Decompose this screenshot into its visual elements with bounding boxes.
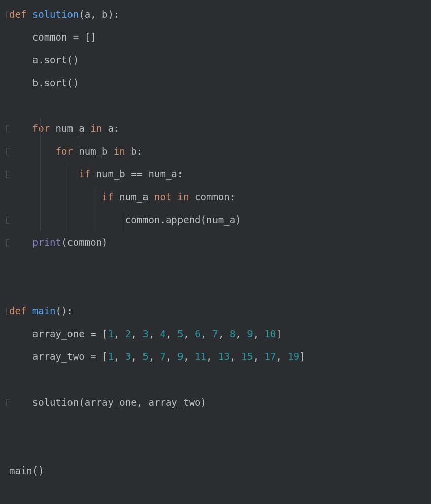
code-line[interactable]	[6, 254, 431, 277]
code-text	[6, 98, 15, 114]
indent-guide	[68, 208, 68, 231]
indent-guide	[40, 140, 41, 163]
indent-guide	[68, 163, 68, 186]
fold-gutter-icon[interactable]	[6, 308, 9, 315]
indent-guide	[40, 186, 41, 208]
code-line[interactable]: solution(array_one, array_two)	[6, 391, 431, 414]
code-line[interactable]: if num_a not in common:	[6, 186, 431, 208]
code-text	[6, 417, 15, 433]
fold-gutter-icon[interactable]	[6, 148, 9, 155]
code-text: b.sort()	[6, 75, 79, 91]
code-text: for num_b in b:	[6, 143, 142, 159]
code-text: a.sort()	[6, 52, 79, 68]
indent-guide	[40, 163, 41, 186]
code-text: array_two = [1, 3, 5, 7, 9, 11, 13, 15, …	[6, 349, 305, 365]
code-text	[6, 440, 15, 456]
fold-gutter-icon[interactable]	[6, 217, 9, 224]
code-line[interactable]	[6, 437, 431, 459]
code-line[interactable]: def main():	[6, 300, 431, 322]
fold-gutter-icon[interactable]	[6, 239, 9, 246]
code-text	[6, 258, 15, 273]
code-line[interactable]: common = []	[6, 26, 431, 49]
code-line[interactable]	[6, 94, 431, 117]
code-line[interactable]: def solution(a, b):	[6, 3, 431, 26]
code-line[interactable]: main()	[6, 459, 431, 482]
indent-guide	[68, 186, 68, 208]
code-line[interactable]: if num_b == num_a:	[6, 163, 431, 186]
code-line[interactable]: b.sort()	[6, 71, 431, 94]
code-text: print(common)	[6, 235, 108, 250]
fold-gutter-icon[interactable]	[6, 125, 9, 132]
indent-guide	[124, 208, 124, 231]
code-line[interactable]: a.sort()	[6, 49, 431, 71]
code-line[interactable]: for num_a in a:	[6, 117, 431, 140]
indent-guide	[40, 208, 41, 231]
fold-gutter-icon[interactable]	[6, 11, 9, 18]
code-line[interactable]	[6, 414, 431, 437]
code-text: for num_a in a:	[6, 121, 119, 136]
code-text: if num_b == num_a:	[6, 166, 183, 182]
code-text	[6, 280, 15, 296]
code-text: def solution(a, b):	[6, 7, 119, 22]
code-editor[interactable]: def solution(a, b): common = [] a.sort()…	[0, 3, 431, 482]
code-line[interactable]: common.append(num_a)	[6, 208, 431, 231]
code-line[interactable]: array_one = [1, 2, 3, 4, 5, 6, 7, 8, 9, …	[6, 322, 431, 345]
code-text	[6, 372, 15, 387]
code-line[interactable]	[6, 368, 431, 391]
code-text: solution(array_one, array_two)	[6, 394, 206, 410]
code-line[interactable]	[6, 277, 431, 300]
indent-guide	[96, 186, 96, 208]
code-line[interactable]: print(common)	[6, 231, 431, 254]
indent-guide	[96, 208, 96, 231]
indent-guide	[40, 117, 41, 140]
fold-gutter-icon[interactable]	[6, 399, 9, 406]
code-text: array_one = [1, 2, 3, 4, 5, 6, 7, 8, 9, …	[6, 326, 282, 342]
code-line[interactable]: for num_b in b:	[6, 140, 431, 163]
code-text: common = []	[6, 29, 96, 45]
code-line[interactable]: array_two = [1, 3, 5, 7, 9, 11, 13, 15, …	[6, 345, 431, 368]
fold-gutter-icon[interactable]	[6, 171, 9, 178]
code-text: main()	[6, 463, 44, 479]
code-text: def main():	[6, 303, 73, 319]
